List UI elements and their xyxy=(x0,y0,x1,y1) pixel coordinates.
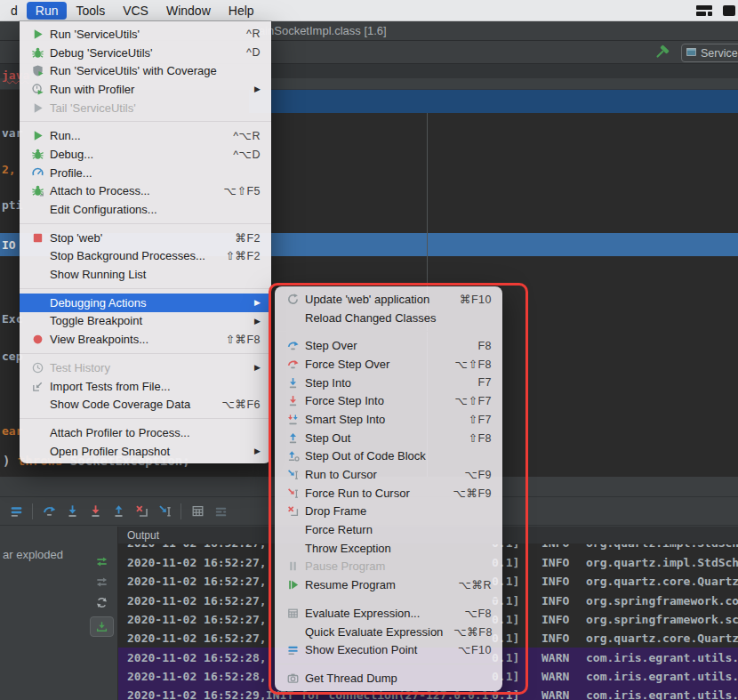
log-timestamp: 2020-11-02 16:52:27, xyxy=(127,544,266,550)
menu-item-step-out[interactable]: Step Out⇧F8 xyxy=(275,429,502,447)
menu-item-debug[interactable]: Debug...^⌥D xyxy=(20,145,271,164)
stop-square-icon xyxy=(30,230,45,245)
menu-item-reload-changed-classes[interactable]: Reload Changed Classes xyxy=(275,309,502,327)
menu-item-run-serviceutils[interactable]: Run 'ServiceUtils'^R xyxy=(20,25,271,44)
menu-item-shortcut: ⇧⌘F2 xyxy=(225,249,261,262)
menu-item-force-return[interactable]: Force Return xyxy=(275,520,502,539)
refresh-icon[interactable] xyxy=(95,596,108,609)
menu-item-test-history[interactable]: Test History▶ xyxy=(20,358,271,377)
menu-item-quick-evaluate-expression[interactable]: Quick Evaluate Expression⌥⌘F8 xyxy=(275,623,502,641)
console-output-label: Output xyxy=(127,529,159,542)
menu-item-show-running-list[interactable]: Show Running List xyxy=(20,265,271,284)
submenu-arrow-icon: ▶ xyxy=(254,84,261,93)
evaluate-icon xyxy=(285,606,301,620)
run-to-cursor-icon[interactable] xyxy=(153,501,176,522)
menu-item-profile[interactable]: Profile... xyxy=(20,164,271,182)
menu-item-evaluate-expression[interactable]: Evaluate Expression...⌥F8 xyxy=(275,604,502,623)
menu-item-shortcut: ⌥⌘F6 xyxy=(222,398,261,411)
log-timestamp: 2020-11-02 16:52:27, xyxy=(127,613,266,626)
step-into-icon xyxy=(285,375,301,390)
menu-item-resume-program[interactable]: Resume Program⌥⌘R xyxy=(275,575,502,594)
menu-item-label: Profile... xyxy=(50,166,261,180)
menu-item-smart-step-into[interactable]: Smart Step Into⇧F7 xyxy=(275,410,502,429)
menu-item-run[interactable]: Run...^⌥R xyxy=(20,126,271,145)
menubar-item-window[interactable]: Window xyxy=(157,2,220,20)
step-out-icon[interactable] xyxy=(107,501,130,522)
evaluate-icon[interactable] xyxy=(186,501,209,522)
menu-item-tail-serviceutils[interactable]: Tail 'ServiceUtils' xyxy=(20,99,271,117)
menu-item-open-profiler-snapshot[interactable]: Open Profiler Snapshot▶ xyxy=(20,442,271,461)
build-hammer-icon[interactable] xyxy=(654,44,670,60)
resume-icon xyxy=(285,578,301,592)
layout-muted-icon[interactable] xyxy=(209,501,232,522)
menu-item-drop-frame[interactable]: Drop Frame xyxy=(275,503,502,521)
menu-item-stop-web[interactable]: Stop 'web'⌘F2 xyxy=(20,229,271,247)
menu-item-pause-program[interactable]: Pause Program xyxy=(275,558,502,576)
menu-item-shortcut: ⇧F7 xyxy=(468,413,492,426)
menu-item-label: Step Out xyxy=(305,431,457,445)
menubar-item-help[interactable]: Help xyxy=(220,2,263,20)
menubar-item-tools[interactable]: Tools xyxy=(67,2,114,20)
window-title: lainSocketImpl.class [1.6] xyxy=(256,24,387,37)
log-level: INFO xyxy=(541,556,582,569)
menu-item-label: Stop Background Processes... xyxy=(50,249,214,262)
update-app-icon xyxy=(285,292,301,306)
display-menu-icon[interactable] xyxy=(695,4,713,20)
menu-item-debugging-actions[interactable]: Debugging Actions▶ xyxy=(20,294,271,312)
menubar-item-d[interactable]: d xyxy=(2,2,27,20)
menu-item-label: Run with Profiler xyxy=(50,83,244,96)
menu-item-shortcut: ^⌥R xyxy=(233,129,261,142)
menubar-item-run[interactable]: Run xyxy=(27,2,68,20)
menu-item-stop-background-processes[interactable]: Stop Background Processes...⇧⌘F2 xyxy=(20,247,271,266)
menu-item-force-step-over[interactable]: Force Step Over⌥⇧F8 xyxy=(275,355,502,374)
menu-item-run-serviceutils-with-coverage[interactable]: Run 'ServiceUtils' with Coverage xyxy=(20,61,271,80)
menu-item-get-thread-dump[interactable]: Get Thread Dump xyxy=(275,669,502,688)
step-into-icon[interactable] xyxy=(60,501,84,522)
run-profiler-icon xyxy=(30,82,45,96)
blank-icon xyxy=(30,398,45,412)
menu-item-toggle-breakpoint[interactable]: Toggle Breakpoint▶ xyxy=(20,312,271,331)
log-level: WARN xyxy=(541,688,582,700)
step-over-icon[interactable] xyxy=(37,501,60,522)
menu-item-update-web-application[interactable]: Update 'web' application⌘F10 xyxy=(275,290,502,309)
menu-item-debug-serviceutils[interactable]: Debug 'ServiceUtils'^D xyxy=(20,44,271,62)
menu-item-show-execution-point[interactable]: Show Execution Point⌥F10 xyxy=(275,640,502,659)
menu-item-run-with-profiler[interactable]: Run with Profiler▶ xyxy=(20,80,271,99)
menu-separator xyxy=(20,223,271,224)
menu-item-throw-exception[interactable]: Throw Exception xyxy=(275,539,502,558)
menu-item-shortcut: ⌥F8 xyxy=(465,607,493,620)
drop-frame-icon[interactable] xyxy=(130,501,153,522)
run-configuration-select[interactable]: Service xyxy=(681,44,738,62)
menu-separator xyxy=(275,331,502,332)
log-level: INFO xyxy=(541,575,582,588)
app-window-icon xyxy=(686,46,697,60)
menu-item-attach-to-process[interactable]: Attach to Process...⌥⇧F5 xyxy=(20,182,271,201)
menu-item-edit-configurations[interactable]: Edit Configurations... xyxy=(20,200,271,219)
scroll-to-end-icon[interactable] xyxy=(90,616,114,637)
run-play-icon xyxy=(30,129,45,143)
battery-menu-icon[interactable] xyxy=(722,4,736,20)
log-package: com.iris.egrant.utils. xyxy=(586,670,738,683)
menu-item-run-to-cursor[interactable]: Run to Cursor⌥F9 xyxy=(275,465,502,484)
attach-bug-icon xyxy=(30,184,45,198)
menu-separator xyxy=(275,664,502,664)
menu-item-step-into[interactable]: Step IntoF7 xyxy=(275,374,502,392)
coverage-icon xyxy=(30,64,45,78)
show-exec-icon[interactable] xyxy=(4,501,28,522)
menu-item-force-step-into[interactable]: Force Step Into⌥⇧F7 xyxy=(275,391,502,410)
menu-item-force-run-to-cursor[interactable]: Force Run to Cursor⌥⌘F9 xyxy=(275,484,502,503)
menu-item-step-out-of-code-block[interactable]: Step Out of Code Block xyxy=(275,447,502,466)
menu-item-view-breakpoints[interactable]: View Breakpoints...⇧⌘F8 xyxy=(20,330,271,349)
force-step-into-icon[interactable] xyxy=(84,501,107,522)
deploy-swap-icon[interactable] xyxy=(95,555,108,568)
menu-separator xyxy=(20,418,271,419)
menu-item-step-over[interactable]: Step OverF8 xyxy=(275,336,502,355)
deploy-tree-panel[interactable]: ar exploded xyxy=(0,527,118,700)
menubar-item-vcs[interactable]: VCS xyxy=(114,2,157,20)
deploy-swap-disabled-icon[interactable] xyxy=(95,575,108,589)
menu-item-show-code-coverage-data[interactable]: Show Code Coverage Data⌥⌘F6 xyxy=(20,395,271,414)
menu-item-import-tests-from-file[interactable]: Import Tests from File... xyxy=(20,377,271,396)
force-step-over-icon xyxy=(285,357,301,371)
menu-item-shortcut: ⌥⇧F8 xyxy=(455,358,492,371)
menu-item-attach-profiler-to-process[interactable]: Attach Profiler to Process... xyxy=(20,423,271,442)
